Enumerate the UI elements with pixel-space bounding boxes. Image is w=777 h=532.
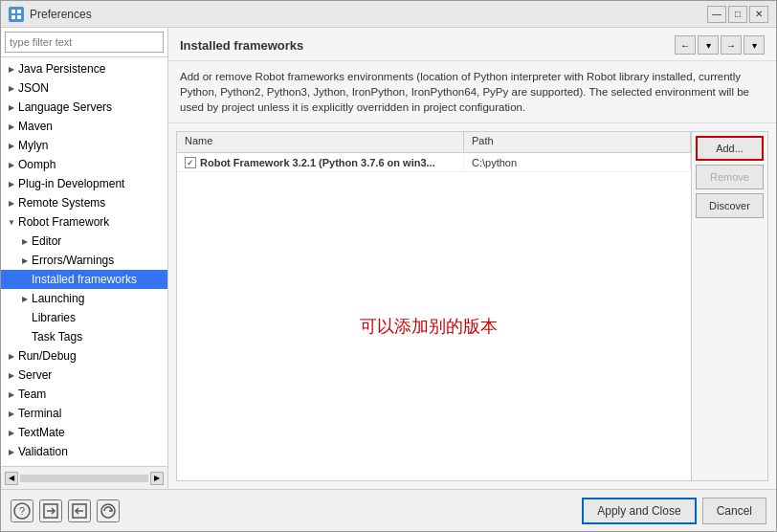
table-header: Name Path: [177, 132, 691, 153]
sidebar-item-language-servers[interactable]: ▶ Language Servers: [1, 98, 167, 117]
sidebar-item-editor[interactable]: ▶ Editor: [1, 232, 167, 251]
arrow-icon: ▶: [5, 407, 18, 420]
filter-box: [1, 28, 167, 57]
close-button[interactable]: ✕: [749, 6, 768, 23]
content-wrapper: Name Path ✓ Robot Framework 3.2.1 (Pytho…: [168, 123, 776, 489]
arrow-icon: ▶: [5, 62, 18, 76]
sidebar-item-java-persistence[interactable]: ▶ Java Persistence: [1, 59, 167, 78]
framework-name: Robot Framework 3.2.1 (Python 3.7.6 on w…: [200, 157, 435, 168]
sidebar-item-oomph[interactable]: ▶ Oomph: [1, 155, 167, 174]
arrow-icon: ▶: [18, 254, 32, 267]
back-button[interactable]: ←: [675, 35, 696, 55]
sidebar-item-label: JSON: [18, 81, 49, 95]
sidebar-item-validation[interactable]: ▶ Validation: [1, 442, 167, 461]
sidebar-item-task-tags[interactable]: Task Tags: [1, 327, 167, 346]
arrow-icon: ▶: [5, 139, 18, 152]
forward-button[interactable]: →: [721, 35, 742, 55]
apply-close-button[interactable]: Apply and Close: [582, 498, 696, 524]
arrow-icon: ▼: [5, 215, 18, 229]
scroll-right-button[interactable]: ▶: [150, 472, 164, 485]
sidebar-item-label: Team: [18, 388, 46, 401]
help-button[interactable]: ?: [11, 499, 33, 522]
filter-input[interactable]: [5, 32, 164, 53]
arrow-icon: ▶: [5, 120, 18, 133]
panel-title: Installed frameworks: [180, 38, 303, 53]
sidebar-item-label: Editor: [32, 234, 61, 248]
sidebar-item-terminal[interactable]: ▶ Terminal: [1, 404, 167, 423]
scroll-left-button[interactable]: ◀: [5, 472, 18, 485]
sidebar-item-server[interactable]: ▶ Server: [1, 366, 167, 385]
discover-button[interactable]: Discover: [696, 193, 764, 218]
sidebar-item-plugin-development[interactable]: ▶ Plug-in Development: [1, 174, 167, 193]
sidebar-item-label: Maven: [18, 120, 53, 133]
minimize-button[interactable]: —: [707, 6, 726, 23]
sidebar-item-mylyn[interactable]: ▶ Mylyn: [1, 136, 167, 155]
arrow-icon: ▶: [5, 426, 18, 439]
arrow-icon: ▶: [5, 177, 18, 190]
arrow-icon: ▶: [18, 292, 32, 305]
path-cell: C:\python: [464, 155, 691, 170]
sidebar-item-robot-framework[interactable]: ▼ Robot Framework: [1, 212, 167, 232]
sidebar-item-remote-systems[interactable]: ▶ Remote Systems: [1, 193, 167, 212]
arrow-icon: ▶: [5, 81, 18, 95]
frameworks-table-area: Name Path ✓ Robot Framework 3.2.1 (Pytho…: [176, 131, 768, 481]
restore-button[interactable]: [97, 499, 120, 522]
svg-rect-2: [11, 15, 15, 19]
arrow-icon: ▶: [5, 100, 18, 114]
side-buttons: Add... Remove Discover: [691, 132, 767, 480]
window-icon: [9, 7, 24, 22]
sidebar-item-label: Installed frameworks: [32, 273, 137, 286]
sidebar-item-errors-warnings[interactable]: ▶ Errors/Warnings: [1, 251, 167, 270]
sidebar-item-label: Launching: [32, 292, 84, 305]
sidebar-item-label: Libraries: [32, 311, 76, 324]
framework-table: Name Path ✓ Robot Framework 3.2.1 (Pytho…: [177, 132, 691, 480]
sidebar-item-json[interactable]: ▶ JSON: [1, 78, 167, 98]
sidebar-item-label: Robot Framework: [18, 215, 109, 229]
export-button[interactable]: [68, 499, 91, 522]
sidebar-item-maven[interactable]: ▶ Maven: [1, 117, 167, 136]
table-row[interactable]: ✓ Robot Framework 3.2.1 (Python 3.7.6 on…: [177, 153, 691, 172]
sidebar-item-label: Errors/Warnings: [32, 254, 114, 267]
sidebar-item-label: Java Persistence: [18, 62, 105, 76]
main-content: ▶ Java Persistence ▶ JSON ▶ Language Ser…: [1, 28, 776, 489]
sidebar-item-label: Task Tags: [32, 330, 82, 344]
forward-dropdown-button[interactable]: ▾: [744, 35, 765, 55]
arrow-icon: ▶: [5, 388, 18, 401]
back-dropdown-button[interactable]: ▾: [698, 35, 719, 55]
sidebar-item-label: TextMate: [18, 426, 65, 439]
sidebar-item-libraries[interactable]: Libraries: [1, 308, 167, 327]
preferences-window: Preferences — □ ✕ ▶ Java Persistence ▶: [0, 0, 777, 532]
title-bar-left: Preferences: [9, 7, 92, 22]
sidebar-tree: ▶ Java Persistence ▶ JSON ▶ Language Ser…: [1, 57, 167, 466]
sidebar-item-label: Oomph: [18, 158, 56, 171]
svg-rect-3: [17, 15, 21, 19]
row-checkbox[interactable]: ✓: [185, 157, 196, 168]
sidebar-item-installed-frameworks[interactable]: Installed frameworks: [1, 270, 167, 289]
right-panel: Installed frameworks ← ▾ → ▾ Add or remo…: [168, 28, 776, 489]
maximize-button[interactable]: □: [728, 6, 747, 23]
path-column-header: Path: [464, 132, 691, 152]
cancel-button[interactable]: Cancel: [702, 498, 766, 524]
arrow-icon: ▶: [5, 349, 18, 363]
sidebar-item-label: Plug-in Development: [18, 177, 124, 190]
sidebar-item-run-debug[interactable]: ▶ Run/Debug: [1, 346, 167, 366]
svg-rect-1: [17, 10, 21, 13]
sidebar-item-team[interactable]: ▶ Team: [1, 385, 167, 404]
bottom-left-icons: ?: [11, 499, 120, 522]
sidebar-item-label: Run/Debug: [18, 349, 77, 363]
sidebar-item-textmate[interactable]: ▶ TextMate: [1, 423, 167, 442]
sidebar-item-label: Server: [18, 368, 52, 382]
remove-button[interactable]: Remove: [696, 165, 764, 189]
sidebar-scroll-area: ◀ ▶: [1, 466, 167, 489]
import-button[interactable]: [39, 499, 62, 522]
add-button[interactable]: Add...: [696, 136, 764, 161]
arrow-icon: ▶: [5, 158, 18, 171]
sidebar-item-launching[interactable]: ▶ Launching: [1, 289, 167, 308]
title-bar: Preferences — □ ✕: [1, 1, 776, 28]
arrow-icon: ▶: [5, 368, 18, 382]
arrow-icon: ▶: [5, 445, 18, 458]
arrow-icon: ▶: [5, 196, 18, 210]
title-buttons: — □ ✕: [707, 6, 768, 23]
bottom-bar: ?: [1, 489, 776, 531]
arrow-icon: [18, 330, 32, 344]
